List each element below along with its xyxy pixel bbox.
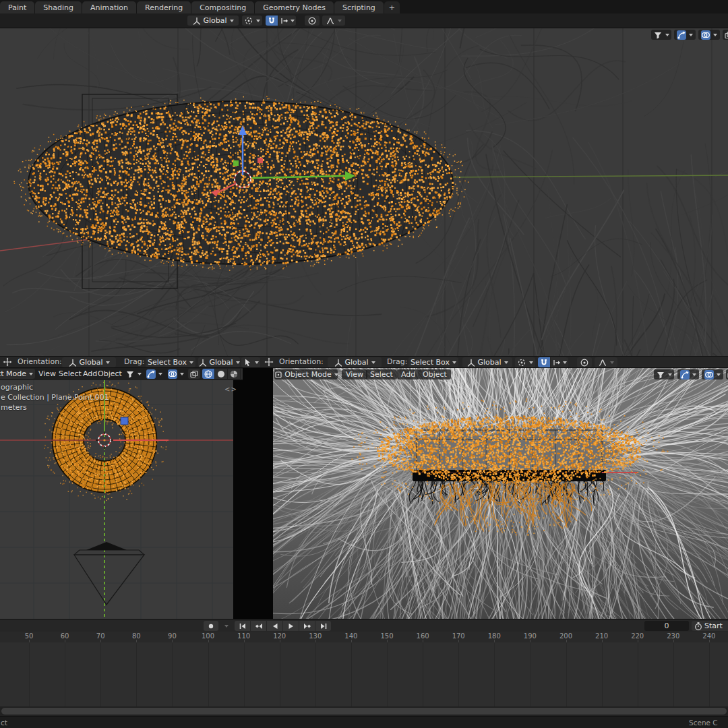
menu-add[interactable]: Add <box>397 369 419 380</box>
tab-paint[interactable]: Paint <box>0 1 34 13</box>
pivot-point-icon <box>517 358 526 367</box>
next-keyframe-button[interactable] <box>299 621 315 631</box>
timeline-gridline <box>136 642 137 706</box>
drag-label: Drag: <box>124 356 144 368</box>
tab-geometry-nodes[interactable]: Geometry Nodes <box>255 1 334 13</box>
status-left-text: ct <box>1 719 7 727</box>
orientation-axes-icon <box>334 358 343 367</box>
play-button[interactable] <box>283 621 299 631</box>
filter-objects-dropdown[interactable] <box>124 369 143 379</box>
current-frame-field[interactable]: 0 <box>644 621 689 631</box>
show-overlays-dropdown[interactable] <box>698 30 720 40</box>
timeline-gridline <box>387 642 388 706</box>
snap-settings-dropdown[interactable] <box>551 357 568 367</box>
overlays-icon <box>168 369 177 379</box>
proportional-falloff-dropdown[interactable] <box>322 16 345 26</box>
tool-settings-row: Orientation: Global Drag: Select Box Glo… <box>0 356 728 368</box>
menu-select[interactable]: Select <box>57 368 84 380</box>
proportional-editing-button[interactable] <box>305 16 320 26</box>
pivot-point-dropdown[interactable] <box>242 16 262 26</box>
xray-icon <box>724 30 728 40</box>
show-overlays-dropdown[interactable] <box>702 369 723 380</box>
auto-keying-button[interactable] <box>204 621 218 631</box>
menu-view[interactable]: View <box>342 369 367 380</box>
timeline-gridline <box>638 642 638 706</box>
snap-toggle-button[interactable] <box>538 357 550 367</box>
add-workspace-button[interactable]: + <box>384 1 400 13</box>
status-scene-text: Scene C <box>689 719 718 727</box>
transform-orientation-dropdown-left[interactable]: Global <box>198 357 240 367</box>
orientation-axes-icon <box>68 358 78 367</box>
transform-orientation-dropdown-right[interactable]: Global <box>462 357 512 367</box>
orientation-dropdown-right[interactable]: Global <box>328 357 382 367</box>
shading-mode-switch <box>202 369 243 379</box>
filter-objects-dropdown[interactable] <box>654 369 674 380</box>
scrollbar-thumb[interactable] <box>1 708 727 715</box>
orientation-dropdown-left[interactable]: Global <box>62 357 116 367</box>
jump-to-end-button[interactable] <box>315 621 331 631</box>
jump-to-start-button[interactable] <box>235 621 250 631</box>
transform-orientation-dropdown[interactable]: Global <box>187 16 239 26</box>
top-viewport-canvas[interactable] <box>0 28 728 356</box>
drag-dropdown-right[interactable]: Select Box <box>408 357 458 367</box>
shading-wireframe-button[interactable] <box>202 369 214 379</box>
frame-tick-label: 110 <box>234 632 254 640</box>
frame-tick-label: 70 <box>90 632 111 640</box>
timeline-gridline <box>566 642 567 706</box>
menu-view[interactable]: View <box>36 368 58 380</box>
menu-select[interactable]: Select <box>366 369 397 380</box>
show-gizmo-dropdown[interactable] <box>677 369 699 380</box>
show-overlays-dropdown[interactable] <box>166 369 186 379</box>
pivot-point-dropdown[interactable] <box>515 357 535 367</box>
mode-dropdown-left[interactable]: ect Mode <box>0 369 35 379</box>
filter-funnel-icon <box>653 30 663 40</box>
proportional-editing-button[interactable] <box>577 357 592 367</box>
orientation-axes-icon <box>198 358 208 367</box>
timeline-gridline <box>100 642 101 706</box>
active-tool-dropdown-right[interactable] <box>241 357 260 367</box>
viewport-info-line1: ographic <box>1 382 33 392</box>
shading-material-button[interactable] <box>228 369 240 379</box>
xray-toggle-button[interactable] <box>188 369 200 379</box>
xray-toggle-button[interactable] <box>723 30 728 40</box>
left-viewport-canvas[interactable] <box>0 380 233 619</box>
filter-objects-dropdown[interactable] <box>651 30 671 40</box>
tab-animation[interactable]: Animation <box>82 1 136 13</box>
move-tool-icon[interactable] <box>264 357 274 367</box>
left-viewport[interactable]: ographic e Collection | Plane.Point.001 … <box>0 380 233 619</box>
drag-dropdown-left[interactable]: Select Box <box>146 357 195 367</box>
record-dot-icon <box>206 621 216 631</box>
xray-icon <box>189 369 199 379</box>
frame-tick-label: 150 <box>377 632 397 640</box>
menu-object[interactable]: Object <box>419 369 451 380</box>
proportional-falloff-dropdown[interactable] <box>595 357 617 367</box>
frame-start-field[interactable]: Start <box>692 621 728 631</box>
gizmo-icon <box>677 30 686 40</box>
keying-set-dropdown[interactable] <box>220 621 231 631</box>
mode-dropdown-right[interactable]: Object Mode <box>274 369 338 380</box>
top-viewport[interactable] <box>0 28 728 356</box>
snap-settings-dropdown[interactable] <box>278 16 296 26</box>
region-toggle-icon[interactable]: <> <box>224 386 237 393</box>
tab-shading[interactable]: Shading <box>35 1 82 13</box>
right-viewport-canvas[interactable] <box>273 368 728 619</box>
snap-toggle-button[interactable] <box>266 16 278 26</box>
previous-keyframe-button[interactable] <box>251 621 266 631</box>
show-gizmo-dropdown[interactable] <box>144 369 164 379</box>
menu-object[interactable]: Object <box>96 368 124 380</box>
play-reverse-button[interactable] <box>267 621 282 631</box>
tab-compositing[interactable]: Compositing <box>191 1 254 13</box>
frame-tick-label: 100 <box>198 632 218 640</box>
show-gizmo-dropdown[interactable] <box>674 30 696 40</box>
tab-rendering[interactable]: Rendering <box>137 1 191 13</box>
tab-scripting[interactable]: Scripting <box>334 1 384 13</box>
timeline-gridline <box>602 642 603 706</box>
right-viewport[interactable]: Object Mode View Select Add Object <box>273 368 728 619</box>
stopwatch-icon <box>694 621 703 631</box>
timeline-gridline <box>65 642 65 706</box>
move-tool-icon[interactable] <box>3 357 12 367</box>
timeline-ruler[interactable]: 5060708090100110120130140150160170180190… <box>0 632 728 642</box>
shading-solid-button[interactable] <box>215 369 227 379</box>
orientation-axes-icon <box>192 16 202 26</box>
timeline-body[interactable] <box>0 642 728 706</box>
